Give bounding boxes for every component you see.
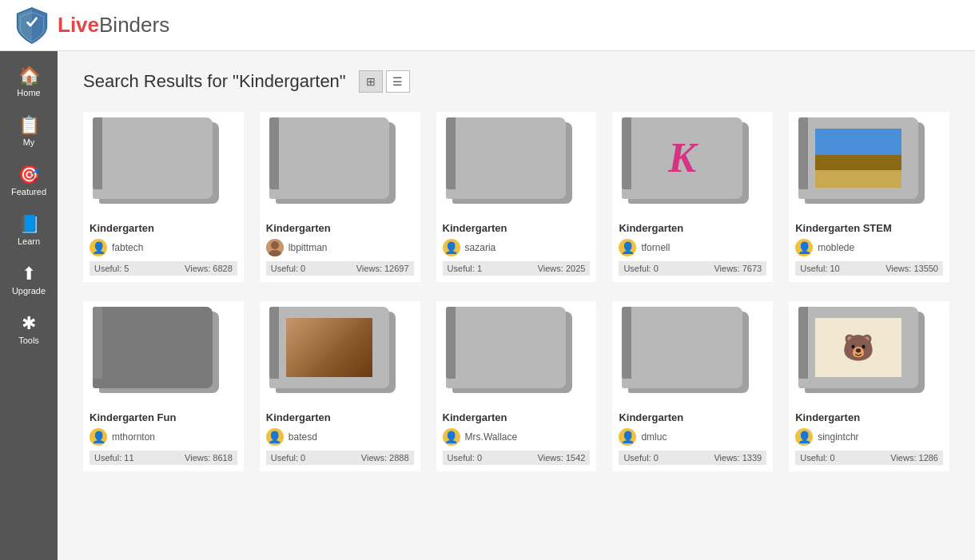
binder-card[interactable]: Kindergarten Fun 👤 mthornton Useful: 11 … — [83, 301, 244, 471]
useful-count: Useful: 0 — [271, 264, 305, 273]
binder-author: lbpittman — [266, 239, 414, 256]
avatar: 👤 — [266, 428, 284, 446]
binder-title: Kindergarten — [443, 222, 591, 234]
binder-card[interactable]: Kindergarten 👤 sazaria Useful: 1 Views: … — [436, 112, 597, 282]
binder-cover — [260, 112, 420, 216]
search-header: Search Results for "Kindergarten" ⊞ ☰ — [83, 70, 949, 93]
views-count: Views: 1339 — [714, 453, 762, 463]
binder-front — [93, 307, 213, 389]
bear-thumbnail: 🐻 — [815, 318, 901, 377]
logo[interactable]: LiveBinders — [13, 6, 169, 45]
binder-front — [798, 117, 918, 200]
binder-shape — [93, 307, 234, 400]
binder-card[interactable]: Kindergarten 👤 batesd Useful: 0 Views: 2… — [260, 301, 420, 471]
my-icon: 📋 — [18, 117, 40, 134]
sidebar-label-learn: Learn — [18, 236, 40, 246]
binder-title: Kindergarten — [619, 411, 766, 423]
useful-count: Useful: 10 — [800, 264, 840, 273]
learn-icon: 📘 — [18, 216, 40, 233]
sidebar-item-learn[interactable]: 📘 Learn — [0, 206, 58, 256]
results-grid: Kindergarten 👤 fabtech Useful: 5 Views: … — [83, 112, 949, 471]
binder-stats: Useful: 0 Views: 1542 — [443, 451, 591, 465]
binder-stats: Useful: 5 Views: 6828 — [90, 261, 237, 276]
binder-info: Kindergarten 👤 singintchr Useful: 0 View… — [789, 405, 949, 471]
sidebar-item-upgrade[interactable]: ⬆ Upgrade — [0, 256, 58, 305]
binder-author: 👤 sazaria — [443, 239, 591, 256]
author-name: batesd — [289, 431, 317, 443]
binder-info: Kindergarten 👤 sazaria Useful: 1 Views: … — [436, 216, 597, 282]
binder-cover — [789, 112, 949, 216]
binder-info: Kindergarten 👤 Mrs.Wallace Useful: 0 Vie… — [436, 405, 597, 471]
binder-cover — [83, 301, 244, 405]
binder-thumbnail — [286, 318, 372, 377]
binder-info: Kindergarten 👤 batesd Useful: 0 Views: 2… — [260, 405, 420, 471]
featured-icon: 🎯 — [18, 166, 40, 184]
binder-spine — [446, 307, 456, 379]
sidebar-label-my: My — [23, 137, 35, 147]
avatar — [266, 239, 284, 256]
binder-card[interactable]: Kindergarten lbpittman Useful: 0 Views: … — [260, 112, 420, 282]
binder-card[interactable]: Kindergarten 👤 fabtech Useful: 5 Views: … — [83, 112, 244, 282]
binder-card[interactable]: Kindergarten STEM 👤 moblede Useful: 10 V… — [789, 112, 949, 282]
binder-author: 👤 moblede — [795, 239, 943, 256]
binder-shape — [798, 117, 940, 211]
sidebar-item-home[interactable]: 🏠 Home — [0, 58, 58, 107]
bear-emoji: 🐻 — [842, 332, 874, 363]
binder-shape — [446, 117, 587, 211]
classroom-thumbnail — [286, 318, 372, 377]
tools-icon: ✱ — [22, 315, 36, 332]
grid-view-button[interactable]: ⊞ — [359, 70, 383, 93]
views-count: Views: 6828 — [185, 264, 233, 273]
views-count: Views: 2025 — [538, 264, 586, 273]
binder-title: Kindergarten — [266, 411, 414, 423]
user-icon: 👤 — [444, 431, 458, 443]
author-name: tfornell — [641, 242, 670, 253]
svg-point-1 — [269, 250, 281, 256]
binder-shape — [446, 307, 587, 400]
landscape-thumbnail — [815, 129, 901, 188]
binder-card[interactable]: 🐻 Kindergarten 👤 singintchr Useful: 0 — [789, 301, 949, 471]
binder-front — [446, 307, 566, 389]
header: LiveBinders — [0, 0, 975, 51]
home-icon: 🏠 — [18, 67, 40, 85]
binder-stats: Useful: 0 Views: 2888 — [266, 451, 414, 465]
binder-card[interactable]: K Kindergarten 👤 tfornell Useful: 0 View… — [612, 112, 773, 282]
avatar: 👤 — [90, 428, 107, 446]
binder-spine — [798, 117, 808, 190]
useful-count: Useful: 11 — [94, 453, 134, 463]
views-count: Views: 1286 — [890, 453, 938, 463]
sidebar-item-featured[interactable]: 🎯 Featured — [0, 157, 58, 206]
grid-icon: ⊞ — [366, 75, 376, 88]
binder-author: 👤 batesd — [266, 428, 414, 446]
binder-cover: K — [612, 112, 773, 216]
binder-front: K — [622, 117, 742, 200]
binder-author: 👤 singintchr — [795, 428, 943, 446]
binder-card[interactable]: Kindergarten 👤 dmluc Useful: 0 Views: 13… — [612, 301, 773, 471]
binder-stats: Useful: 0 Views: 7673 — [619, 261, 766, 276]
sidebar-item-tools[interactable]: ✱ Tools — [0, 305, 58, 355]
user-icon: 👤 — [444, 241, 458, 254]
user-icon: 👤 — [268, 431, 281, 443]
user-icon: 👤 — [798, 431, 811, 443]
binder-card[interactable]: Kindergarten 👤 Mrs.Wallace Useful: 0 Vie… — [436, 301, 597, 471]
author-name: Mrs.Wallace — [465, 431, 518, 443]
binder-front — [269, 307, 389, 389]
svg-point-0 — [271, 241, 279, 249]
binder-thumbnail: 🐻 — [815, 318, 901, 377]
sidebar-item-my[interactable]: 📋 My — [0, 107, 58, 157]
binder-info: Kindergarten Fun 👤 mthornton Useful: 11 … — [83, 405, 244, 471]
list-icon: ☰ — [392, 75, 403, 88]
binder-front — [269, 117, 389, 200]
binder-info: Kindergarten 👤 fabtech Useful: 5 Views: … — [83, 216, 244, 282]
list-view-button[interactable]: ☰ — [386, 70, 410, 93]
user-icon: 👤 — [798, 241, 811, 254]
binder-stats: Useful: 0 Views: 12697 — [266, 261, 414, 276]
binder-title: Kindergarten — [443, 411, 591, 423]
user-icon: 👤 — [621, 431, 635, 443]
sidebar-label-home: Home — [17, 88, 40, 97]
binder-spine — [269, 307, 279, 379]
binder-info: Kindergarten 👤 dmluc Useful: 0 Views: 13… — [612, 405, 773, 471]
binder-spine — [622, 117, 631, 190]
useful-count: Useful: 0 — [800, 453, 834, 463]
user-icon: 👤 — [621, 241, 635, 254]
